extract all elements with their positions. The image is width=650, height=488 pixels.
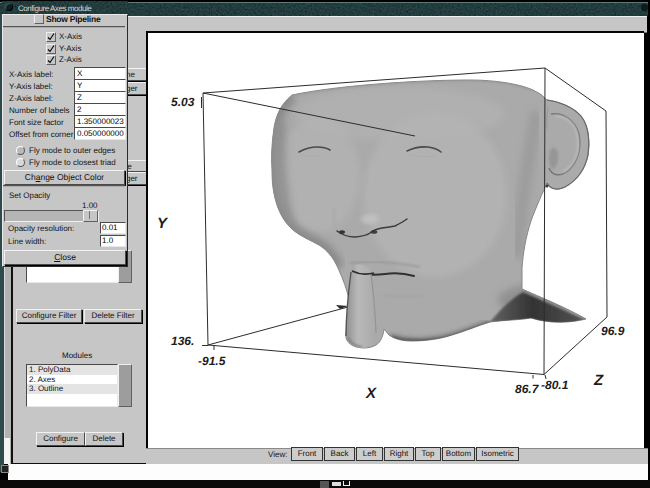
svg-text:X: X [365,385,377,402]
svg-text:96.9: 96.9 [601,324,625,338]
svg-text:136.: 136. [171,334,194,348]
svg-text:-91.5: -91.5 [198,354,226,368]
svg-text:86.7: 86.7 [515,382,540,396]
svg-text:5.03: 5.03 [171,95,195,109]
svg-text:-80.1: -80.1 [541,378,569,392]
svg-text:Y: Y [157,215,169,232]
svg-text:Z: Z [593,372,604,389]
